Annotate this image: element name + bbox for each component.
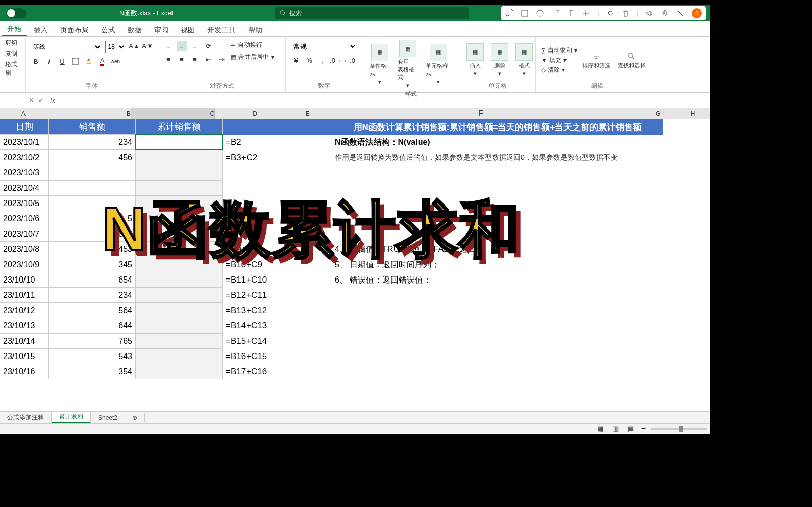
- worksheet[interactable]: A B C D E F G H 日期 销售额 累计销售额 用N函数计算累计销售额…: [0, 108, 710, 434]
- cell-sales[interactable]: 644: [49, 318, 136, 334]
- cell-note[interactable]: [332, 181, 663, 196]
- clear-button[interactable]: ◇ 清除 ▾: [541, 66, 577, 74]
- cell-date[interactable]: 2023/10/8: [0, 242, 49, 257]
- f-note-1[interactable]: 用N函数计算累计销售额:累计销售额=当天的销售额+当天之前的累计销售额: [332, 119, 663, 135]
- avatar[interactable]: 0: [692, 8, 702, 18]
- cell-formula[interactable]: =B10+C9: [223, 257, 305, 272]
- cell-sales[interactable]: 876: [49, 226, 136, 242]
- copy-button[interactable]: 复制: [5, 49, 17, 58]
- cell-cumulative[interactable]: [136, 165, 223, 181]
- cell-formula[interactable]: =B14+C13: [223, 318, 305, 334]
- cell-sales[interactable]: 453: [49, 242, 136, 257]
- new-sheet-button[interactable]: ⊕: [125, 413, 145, 422]
- cell-cumulative[interactable]: [136, 181, 223, 196]
- cell-formula[interactable]: =B13+C12: [223, 303, 305, 318]
- text-icon[interactable]: [567, 9, 575, 17]
- align-bottom-icon[interactable]: ≡: [190, 41, 200, 51]
- cell-cumulative[interactable]: [136, 364, 223, 379]
- cell-date[interactable]: 23/10/13: [0, 318, 49, 334]
- page-layout-view-icon[interactable]: ▥: [610, 424, 621, 434]
- cell-sales[interactable]: 345: [49, 257, 136, 272]
- inc-decimal-icon[interactable]: .0→: [331, 55, 341, 65]
- format-painter-button[interactable]: 格式刷: [5, 60, 20, 78]
- normal-view-icon[interactable]: ▦: [595, 424, 605, 434]
- arrow-icon[interactable]: [551, 9, 559, 17]
- cell-note[interactable]: [332, 334, 663, 349]
- cell-date[interactable]: 23/10/14: [0, 334, 49, 349]
- cell-formula[interactable]: =B15+C14: [223, 334, 305, 349]
- decrease-font-icon[interactable]: A▼: [142, 41, 153, 51]
- cell-sales[interactable]: 564: [49, 303, 136, 318]
- cell-formula[interactable]: [223, 196, 305, 211]
- number-format-select[interactable]: 常规: [291, 41, 357, 52]
- format-cells-button[interactable]: ▦格式▾: [513, 42, 535, 78]
- cell-date[interactable]: 2023/10/9: [0, 257, 49, 272]
- cell-sales[interactable]: 654: [49, 272, 136, 288]
- cell-formula[interactable]: =B12+C11: [223, 288, 305, 303]
- cell-cumulative[interactable]: [136, 318, 223, 334]
- cell-formula[interactable]: =B9+C8: [223, 242, 305, 257]
- bold-button[interactable]: B: [31, 56, 41, 66]
- font-size-select[interactable]: 18: [105, 41, 126, 53]
- tab-layout[interactable]: 页面布局: [55, 23, 94, 36]
- underline-button[interactable]: U: [57, 56, 67, 66]
- percent-icon[interactable]: %: [304, 55, 314, 65]
- dec-decimal-icon[interactable]: ←.0: [344, 55, 354, 65]
- cell-date[interactable]: 23/10/12: [0, 303, 49, 318]
- circle-icon[interactable]: [536, 9, 544, 17]
- cell-note[interactable]: N函数语法结构：N(value): [332, 135, 663, 150]
- cell-formula[interactable]: =B16+C15: [223, 349, 305, 364]
- orientation-icon[interactable]: ⟳: [203, 41, 213, 51]
- cell-cumulative[interactable]: [136, 226, 223, 242]
- fill-button[interactable]: ▼ 填充 ▾: [541, 56, 577, 65]
- align-center-icon[interactable]: ≡: [177, 54, 187, 64]
- col-header-B[interactable]: B: [47, 108, 131, 119]
- cell-sales[interactable]: 234: [49, 135, 136, 150]
- tab-home[interactable]: 开始: [2, 22, 27, 36]
- cell-date[interactable]: 2023/10/4: [0, 181, 49, 196]
- font-name-select[interactable]: 等线: [31, 41, 102, 53]
- cell-sales[interactable]: 543: [49, 349, 136, 364]
- col-header-H[interactable]: H: [675, 108, 710, 119]
- undo-icon[interactable]: [606, 9, 614, 17]
- sheet-tab-0[interactable]: 公式添加注释: [0, 412, 52, 423]
- search-box[interactable]: 搜索: [275, 7, 469, 19]
- cell-cumulative[interactable]: [136, 211, 223, 226]
- volume-icon[interactable]: [646, 9, 654, 17]
- zoom-slider[interactable]: [651, 428, 707, 430]
- cell-note[interactable]: [332, 165, 663, 181]
- cell-formula[interactable]: [223, 181, 305, 196]
- fill-color-button[interactable]: [84, 56, 94, 66]
- cell-formula[interactable]: =B11+C10: [223, 272, 305, 288]
- cell-note[interactable]: [332, 288, 663, 303]
- cell-cumulative[interactable]: [136, 303, 223, 318]
- tab-insert[interactable]: 插入: [29, 23, 53, 36]
- indent-inc-icon[interactable]: ⇥: [216, 54, 227, 64]
- merge-button[interactable]: ▦ 合并后居中 ▾: [231, 53, 274, 61]
- cell-note[interactable]: [332, 349, 663, 364]
- cell-sales[interactable]: 234: [49, 288, 136, 303]
- sheet-tab-1[interactable]: 累计求和: [52, 412, 91, 423]
- cell-cumulative[interactable]: [136, 257, 223, 272]
- cell-sales[interactable]: 5: [49, 211, 136, 226]
- cell-date[interactable]: 23/10/11: [0, 288, 49, 303]
- trash-icon[interactable]: [622, 9, 630, 17]
- comma-icon[interactable]: ,: [317, 55, 328, 65]
- cell-note[interactable]: [332, 318, 663, 334]
- cell-date[interactable]: 2023/10/7: [0, 226, 49, 242]
- cell-sales[interactable]: 765: [49, 334, 136, 349]
- tab-data[interactable]: 数据: [122, 23, 147, 36]
- insert-cells-button[interactable]: ▦插入▾: [464, 42, 486, 78]
- sparkle-icon[interactable]: [582, 9, 590, 17]
- cell-cumulative[interactable]: [136, 288, 223, 303]
- cell-date[interactable]: 2023/10/5: [0, 196, 49, 211]
- autosave-toggle[interactable]: [6, 8, 27, 18]
- cell-note[interactable]: [332, 364, 663, 379]
- mic-icon[interactable]: [661, 9, 669, 17]
- align-right-icon[interactable]: ≡: [190, 54, 200, 64]
- currency-icon[interactable]: ¥: [291, 55, 301, 65]
- sort-filter-button[interactable]: 排序和筛选: [580, 50, 612, 70]
- indent-dec-icon[interactable]: ⇤: [203, 54, 213, 64]
- cell-date[interactable]: 2023/10/2: [0, 150, 49, 165]
- cell-formula[interactable]: [223, 226, 305, 242]
